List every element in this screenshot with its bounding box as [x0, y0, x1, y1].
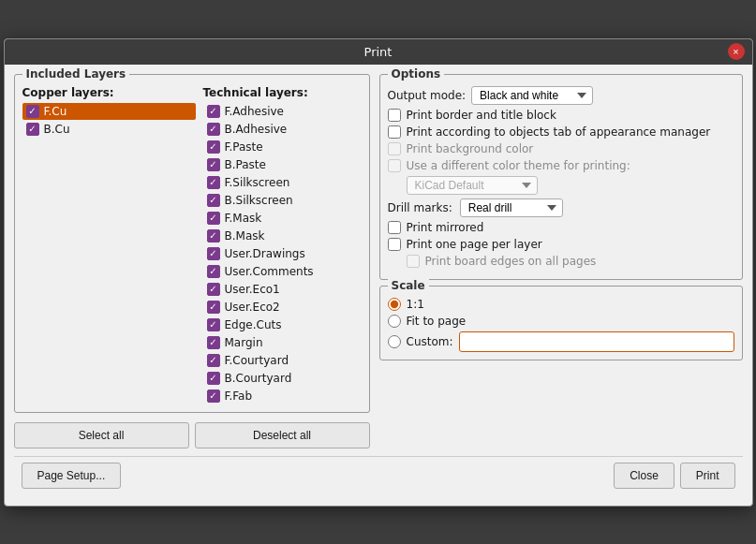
copper-fcu-checkbox[interactable]: [26, 105, 39, 118]
output-mode-label: Output mode:: [388, 89, 467, 102]
scale-custom-input[interactable]: [459, 331, 734, 352]
print-board-edges-label: Print board edges on all pages: [425, 255, 597, 268]
tech-layer-ueco2[interactable]: User.Eco2: [203, 299, 362, 316]
tech-badhesive-checkbox[interactable]: [207, 123, 220, 136]
tech-bcourtyard-name: B.Courtyard: [225, 372, 292, 385]
select-all-button[interactable]: Select all: [14, 422, 189, 448]
tech-udraw-name: User.Drawings: [225, 247, 305, 260]
tech-bcourtyard-checkbox[interactable]: [207, 372, 220, 385]
print-button[interactable]: Print: [680, 463, 735, 489]
dialog-close-button[interactable]: ×: [728, 43, 745, 60]
scale-custom-radio[interactable]: [388, 335, 401, 348]
tech-bmask-checkbox[interactable]: [207, 229, 220, 243]
technical-label: Technical layers:: [203, 86, 362, 99]
dialog-title: Print: [364, 45, 393, 59]
print-border-row: Print border and title block: [388, 109, 734, 122]
options-box: Options Output mode: Black and white Col…: [379, 74, 743, 280]
copper-layer-bcu[interactable]: B.Cu: [22, 121, 196, 138]
tech-ffab-checkbox[interactable]: [207, 390, 220, 403]
tech-margin-checkbox[interactable]: [207, 336, 220, 349]
scale-one-to-one-label: 1:1: [407, 298, 424, 311]
print-border-checkbox[interactable]: [388, 109, 401, 122]
tech-fsilk-checkbox[interactable]: [207, 176, 220, 189]
tech-layer-margin[interactable]: Margin: [203, 334, 362, 351]
included-layers-box: Included Layers Copper layers: F.Cu: [14, 74, 370, 413]
tech-layer-bpaste[interactable]: B.Paste: [203, 156, 362, 173]
tech-bpaste-name: B.Paste: [225, 158, 266, 171]
tech-ueco2-name: User.Eco2: [225, 301, 280, 314]
tech-badhesive-name: B.Adhesive: [225, 123, 288, 136]
print-one-page-row: Print one page per layer: [388, 238, 734, 251]
tech-edgecuts-checkbox[interactable]: [207, 318, 220, 331]
technical-col: Technical layers: F.Adhesive: [203, 86, 362, 404]
print-appearance-checkbox[interactable]: [388, 125, 401, 139]
layers-row: Copper layers: F.Cu B.Cu: [22, 86, 362, 404]
tech-ucomm-checkbox[interactable]: [207, 265, 220, 278]
scale-one-to-one-radio[interactable]: [388, 298, 401, 311]
drill-marks-select[interactable]: No drill marks Small mark Real drill: [460, 198, 563, 217]
color-theme-select[interactable]: KiCad Default: [407, 176, 538, 195]
print-board-edges-row: Print board edges on all pages: [407, 255, 734, 268]
tech-bsilk-checkbox[interactable]: [207, 194, 220, 207]
use-color-theme-label: Use a different color theme for printing…: [407, 159, 630, 172]
page-setup-button[interactable]: Page Setup...: [22, 463, 122, 489]
copper-col: Copper layers: F.Cu B.Cu: [22, 86, 196, 404]
print-mirrored-label: Print mirrored: [407, 221, 484, 234]
close-button[interactable]: Close: [614, 463, 674, 489]
copper-layer-fcu[interactable]: F.Cu: [22, 103, 196, 120]
tech-layer-badhesive[interactable]: B.Adhesive: [203, 121, 362, 138]
scale-box: Scale 1:1 Fit to page Custom:: [379, 286, 743, 360]
use-color-theme-row: Use a different color theme for printing…: [388, 159, 734, 172]
copper-fcu-name: F.Cu: [44, 105, 67, 118]
print-mirrored-checkbox[interactable]: [388, 221, 401, 234]
tech-fmask-name: F.Mask: [225, 212, 262, 225]
tech-layer-udraw[interactable]: User.Drawings: [203, 245, 362, 262]
tech-ueco1-checkbox[interactable]: [207, 283, 220, 296]
tech-layer-fsilk[interactable]: F.Silkscreen: [203, 174, 362, 191]
print-mirrored-row: Print mirrored: [388, 221, 734, 234]
tech-layer-edgecuts[interactable]: Edge.Cuts: [203, 316, 362, 333]
copper-bcu-name: B.Cu: [44, 123, 70, 136]
print-board-edges-checkbox[interactable]: [407, 255, 420, 268]
scale-custom-label: Custom:: [407, 335, 453, 348]
tech-fsilk-name: F.Silkscreen: [225, 176, 290, 189]
use-color-theme-checkbox[interactable]: [388, 159, 401, 172]
tech-layer-fadhesive[interactable]: F.Adhesive: [203, 103, 362, 120]
copper-layer-list: F.Cu B.Cu: [22, 103, 196, 138]
tech-layer-bmask[interactable]: B.Mask: [203, 228, 362, 244]
technical-layer-scroll[interactable]: F.Adhesive B.Adhesive F.Paste: [203, 103, 362, 404]
tech-fadhesive-checkbox[interactable]: [207, 105, 220, 118]
output-mode-select[interactable]: Black and white Color: [471, 86, 593, 105]
tech-layer-fcourtyard[interactable]: F.Courtyard: [203, 352, 362, 369]
tech-bpaste-checkbox[interactable]: [207, 158, 220, 171]
print-background-checkbox[interactable]: [388, 142, 401, 155]
tech-ueco1-name: User.Eco1: [225, 283, 280, 296]
tech-fmask-checkbox[interactable]: [207, 212, 220, 225]
tech-udraw-checkbox[interactable]: [207, 247, 220, 260]
tech-ffab-name: F.Fab: [225, 390, 253, 403]
tech-margin-name: Margin: [225, 336, 263, 349]
tech-fcourtyard-checkbox[interactable]: [207, 354, 220, 367]
deselect-all-button[interactable]: Deselect all: [195, 422, 370, 448]
tech-layer-bcourtyard[interactable]: B.Courtyard: [203, 370, 362, 387]
tech-edgecuts-name: Edge.Cuts: [225, 318, 282, 331]
scale-fit-to-page-radio[interactable]: [388, 315, 401, 328]
tech-layer-ueco1[interactable]: User.Eco1: [203, 281, 362, 298]
dialog-body: Included Layers Copper layers: F.Cu: [5, 65, 752, 506]
tech-fcourtyard-name: F.Courtyard: [225, 354, 289, 367]
included-layers-legend: Included Layers: [22, 67, 130, 81]
copper-bcu-checkbox[interactable]: [26, 123, 39, 136]
print-one-page-label: Print one page per layer: [407, 238, 542, 251]
tech-ueco2-checkbox[interactable]: [207, 301, 220, 314]
bottom-right-buttons: Close Print: [614, 463, 734, 489]
tech-bmask-name: B.Mask: [225, 229, 265, 243]
tech-layer-bsilk[interactable]: B.Silkscreen: [203, 192, 362, 209]
bottom-bar: Page Setup... Close Print: [14, 456, 743, 496]
tech-layer-fpaste[interactable]: F.Paste: [203, 139, 362, 155]
tech-fpaste-checkbox[interactable]: [207, 140, 220, 154]
tech-layer-fmask[interactable]: F.Mask: [203, 210, 362, 227]
print-one-page-checkbox[interactable]: [388, 238, 401, 251]
tech-layer-ucomm[interactable]: User.Comments: [203, 263, 362, 280]
print-dialog: Print × Included Layers Copper layers:: [4, 38, 753, 507]
tech-layer-ffab[interactable]: F.Fab: [203, 388, 362, 404]
